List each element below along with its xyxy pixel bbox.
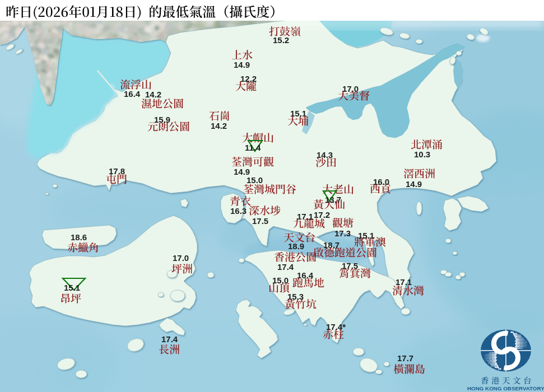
svg-text:18.6: 18.6 <box>71 232 87 242</box>
svg-text:17.5: 17.5 <box>252 216 268 226</box>
svg-text:12.2: 12.2 <box>240 74 257 83</box>
svg-text:17.5: 17.5 <box>342 261 358 270</box>
svg-text:17.4*: 17.4* <box>326 322 346 332</box>
svg-text:15.1: 15.1 <box>358 231 374 240</box>
svg-text:14.9: 14.9 <box>234 60 250 69</box>
svg-text:15.1: 15.1 <box>290 109 306 118</box>
svg-text:11.4: 11.4 <box>245 143 261 152</box>
svg-text:17.1: 17.1 <box>396 277 412 287</box>
svg-text:16.3: 16.3 <box>230 206 247 216</box>
svg-text:15.9: 15.9 <box>154 115 170 124</box>
svg-text:15.3: 15.3 <box>287 292 304 301</box>
svg-text:HONG KONG OBSERVATORY: HONG KONG OBSERVATORY <box>467 385 544 391</box>
svg-text:17.8: 17.8 <box>109 166 125 176</box>
svg-text:18.9: 18.9 <box>288 241 304 251</box>
svg-text:16.4: 16.4 <box>124 89 141 99</box>
svg-text:17.0: 17.0 <box>342 84 359 94</box>
svg-text:17.3: 17.3 <box>334 228 351 238</box>
svg-text:17.7: 17.7 <box>397 353 413 363</box>
svg-text:15.0: 15.0 <box>247 175 263 185</box>
svg-text:17.1: 17.1 <box>297 212 313 221</box>
svg-text:18.7: 18.7 <box>323 240 340 250</box>
svg-text:17.4: 17.4 <box>277 262 294 272</box>
svg-text:17.2: 17.2 <box>314 210 330 220</box>
svg-text:15.2: 15.2 <box>273 35 289 45</box>
svg-text:16.4: 16.4 <box>297 270 314 280</box>
svg-text:14.9: 14.9 <box>406 179 422 189</box>
svg-text:14.3: 14.3 <box>317 150 333 160</box>
svg-text:15.1: 15.1 <box>64 283 80 292</box>
svg-text:13.7: 13.7 <box>325 195 341 204</box>
svg-text:10.3: 10.3 <box>414 150 430 159</box>
svg-text:17.4: 17.4 <box>161 334 178 344</box>
svg-text:15.0: 15.0 <box>272 276 289 285</box>
svg-text:14.2: 14.2 <box>211 121 227 130</box>
svg-text:16.0: 16.0 <box>373 177 389 186</box>
svg-text:17.0: 17.0 <box>173 253 189 263</box>
svg-text:14.2: 14.2 <box>145 90 161 99</box>
